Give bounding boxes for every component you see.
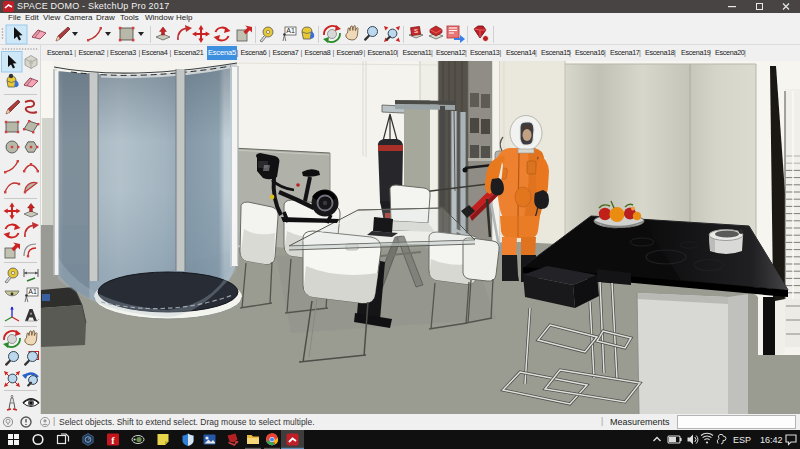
svg-text:ESP: ESP: [733, 435, 751, 445]
svg-text:A1: A1: [28, 288, 37, 295]
svg-text:S: S: [414, 28, 418, 34]
svg-text:16:42: 16:42: [760, 435, 783, 445]
svg-text:A1: A1: [286, 27, 295, 34]
